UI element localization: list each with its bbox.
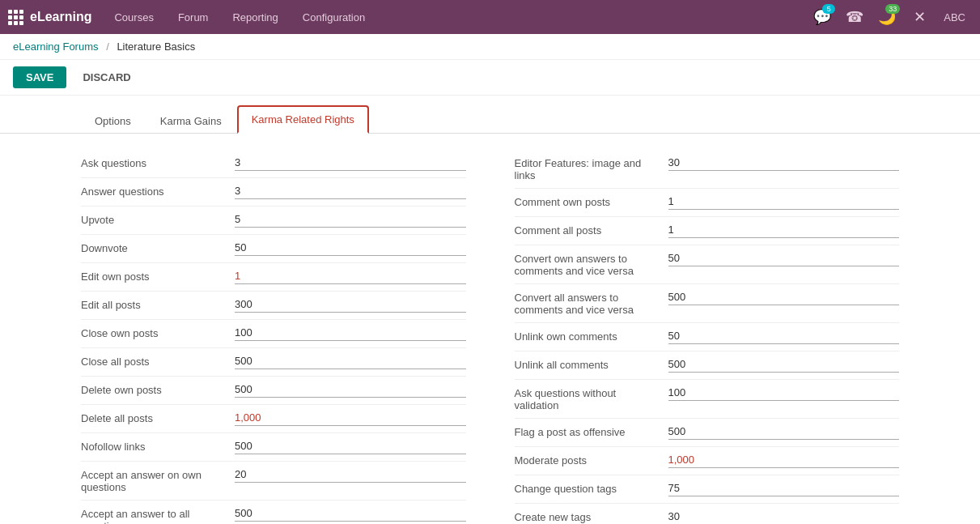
field-value[interactable]: 500 xyxy=(235,383,466,398)
field-label: Answer questions xyxy=(81,185,227,198)
right-column: Editor Features: image and links30Commen… xyxy=(515,150,900,524)
left-field-row: Downvote50 xyxy=(81,235,466,263)
close-icon: ✕ xyxy=(914,8,926,26)
field-label: Edit own posts xyxy=(81,270,227,283)
field-value[interactable]: 1 xyxy=(668,224,900,238)
right-field-row: Ask questions without validation100 xyxy=(515,380,900,419)
chat-icon-btn[interactable]: 💬 5 xyxy=(808,2,837,32)
brand-label: eLearning xyxy=(30,10,91,24)
grid-icon xyxy=(8,10,23,25)
tab-options[interactable]: Options xyxy=(81,108,145,134)
field-label: Comment own posts xyxy=(515,195,660,208)
field-label: Upvote xyxy=(81,213,227,226)
field-value[interactable]: 500 xyxy=(235,440,466,454)
nav-courses[interactable]: Courses xyxy=(104,0,163,34)
field-value[interactable]: 30 xyxy=(668,156,900,171)
save-button[interactable]: SAVE xyxy=(13,66,66,88)
nav-configuration[interactable]: Configuration xyxy=(293,0,375,34)
field-label: Moderate posts xyxy=(515,454,660,466)
field-label: Unlink own comments xyxy=(515,330,660,343)
discard-button[interactable]: DISCARD xyxy=(73,66,140,88)
left-field-row: Upvote5 xyxy=(81,207,466,235)
field-value[interactable]: 1 xyxy=(235,270,466,284)
field-value[interactable]: 3 xyxy=(235,185,466,199)
tab-karma-related-rights[interactable]: Karma Related Rights xyxy=(237,105,369,134)
left-field-row: Delete own posts500 xyxy=(81,377,466,405)
nav-forum[interactable]: Forum xyxy=(168,0,218,34)
nav-reporting[interactable]: Reporting xyxy=(223,0,287,34)
left-field-row: Close all posts500 xyxy=(81,348,466,377)
tab-karma-gains[interactable]: Karma Gains xyxy=(146,108,235,134)
action-bar: SAVE DISCARD xyxy=(0,60,980,96)
field-value[interactable]: 1,000 xyxy=(668,454,900,468)
field-value[interactable]: 500 xyxy=(235,507,466,522)
field-label: Comment all posts xyxy=(515,224,660,236)
field-value[interactable]: 75 xyxy=(668,482,900,496)
left-field-row: Accept an answer on own questions20 xyxy=(81,462,466,501)
app-brand[interactable]: eLearning xyxy=(8,10,91,25)
nav-icons: 💬 5 ☎ 🌙 33 ✕ ABC xyxy=(808,2,972,32)
field-value[interactable]: 1,000 xyxy=(235,411,466,426)
right-field-row: Change question tags75 xyxy=(515,475,900,504)
field-label: Delete own posts xyxy=(81,383,227,396)
field-label: Close own posts xyxy=(81,326,227,339)
field-value[interactable]: 300 xyxy=(235,298,466,313)
chat-badge: 5 xyxy=(822,4,835,14)
right-field-row: Convert all answers to comments and vice… xyxy=(515,284,900,323)
field-value[interactable]: 500 xyxy=(668,291,900,305)
field-label: Accept an answer on own questions xyxy=(81,468,227,493)
close-icon-btn[interactable]: ✕ xyxy=(905,2,934,32)
field-value[interactable]: 500 xyxy=(668,425,900,440)
field-value[interactable]: 50 xyxy=(668,330,900,344)
field-value[interactable]: 500 xyxy=(235,355,466,369)
phone-icon: ☎ xyxy=(846,8,863,26)
field-label: Close all posts xyxy=(81,355,227,368)
field-label: Convert all answers to comments and vice… xyxy=(515,291,660,316)
field-value[interactable]: 20 xyxy=(235,468,466,483)
field-value[interactable]: 50 xyxy=(235,241,466,256)
field-value[interactable]: 5 xyxy=(235,213,466,228)
field-value[interactable]: 100 xyxy=(668,386,900,401)
right-field-row: Moderate posts1,000 xyxy=(515,447,900,475)
field-label: Accept an answer to all questions xyxy=(81,507,227,524)
field-label: Nofollow links xyxy=(81,440,227,453)
left-field-row: Ask questions3 xyxy=(81,150,466,178)
breadcrumb-parent[interactable]: eLearning Forums xyxy=(13,40,99,53)
right-field-row: Comment all posts1 xyxy=(515,217,900,245)
navbar: eLearning Courses Forum Reporting Config… xyxy=(0,0,980,34)
field-value[interactable]: 3 xyxy=(235,156,466,171)
right-field-row: Editor Features: image and links30 xyxy=(515,150,900,189)
left-field-row: Accept an answer to all questions500 xyxy=(81,501,466,524)
field-label: Edit all posts xyxy=(81,298,227,311)
breadcrumb: eLearning Forums / Literature Basics xyxy=(0,34,980,60)
field-label: Downvote xyxy=(81,241,227,254)
left-field-row: Delete all posts1,000 xyxy=(81,405,466,433)
field-value[interactable]: 30 xyxy=(668,510,900,524)
field-value[interactable]: 50 xyxy=(668,252,900,266)
field-label: Ask questions without validation xyxy=(515,386,660,411)
fields-container: Ask questions3Answer questions3Upvote5Do… xyxy=(0,134,980,524)
field-label: Ask questions xyxy=(81,156,227,169)
left-column: Ask questions3Answer questions3Upvote5Do… xyxy=(81,150,466,524)
user-text[interactable]: ABC xyxy=(937,11,972,23)
left-field-row: Answer questions3 xyxy=(81,178,466,207)
main-content: Options Karma Gains Karma Related Rights… xyxy=(0,96,980,524)
right-field-row: Unlink own comments50 xyxy=(515,323,900,351)
breadcrumb-separator: / xyxy=(106,40,109,53)
field-label: Unlink all comments xyxy=(515,358,660,371)
moon-badge: 33 xyxy=(885,4,900,14)
left-field-row: Nofollow links500 xyxy=(81,433,466,462)
left-field-row: Edit own posts1 xyxy=(81,263,466,292)
moon-icon-btn[interactable]: 🌙 33 xyxy=(872,2,902,32)
field-label: Editor Features: image and links xyxy=(515,156,660,181)
phone-icon-btn[interactable]: ☎ xyxy=(840,2,869,32)
field-label: Change question tags xyxy=(515,482,660,495)
field-value[interactable]: 1 xyxy=(668,195,900,210)
left-field-row: Close own posts100 xyxy=(81,320,466,348)
tabs-bar: Options Karma Gains Karma Related Rights xyxy=(0,96,980,134)
right-field-row: Comment own posts1 xyxy=(515,189,900,217)
right-field-row: Create new tags30 xyxy=(515,504,900,524)
field-value[interactable]: 500 xyxy=(668,358,900,373)
field-label: Delete all posts xyxy=(81,411,227,424)
field-value[interactable]: 100 xyxy=(235,326,466,341)
